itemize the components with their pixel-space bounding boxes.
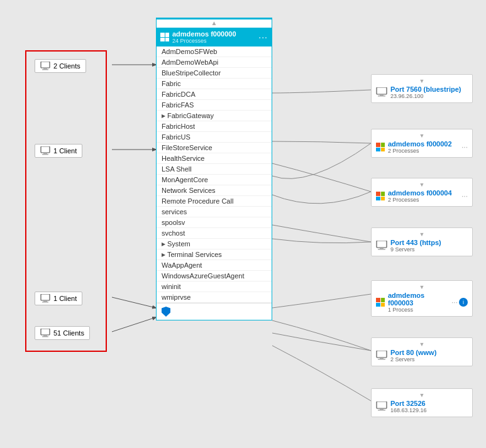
monitor-icon-7560	[376, 87, 387, 97]
process-item-8[interactable]: FabricUS	[157, 132, 272, 143]
svg-line-2	[112, 297, 156, 308]
monitor-icon-80	[376, 351, 387, 361]
svg-rect-7	[42, 69, 48, 70]
expand-arrow-000004[interactable]: ▼	[376, 182, 468, 188]
node-000003-dots[interactable]: ···	[451, 298, 458, 307]
monitor-icon	[40, 294, 50, 303]
process-item-1[interactable]: AdmDemoWebApi	[157, 57, 272, 68]
main-canvas: 2 Clients 1 Client 1 Client 51 Clients ▲	[0, 0, 486, 448]
svg-rect-21	[380, 248, 384, 249]
client-item-0[interactable]: 2 Clients	[35, 59, 86, 73]
process-item-7[interactable]: FabricHost	[157, 121, 272, 132]
process-panel: ▲ admdemos f000000 24 Processes ··· AdmD…	[156, 18, 272, 320]
clients-panel	[25, 50, 107, 352]
process-item-6[interactable]: FabricGateway	[157, 111, 272, 121]
svg-rect-6	[43, 68, 47, 69]
process-item-4[interactable]: FabricDCA	[157, 89, 272, 100]
expand-arrow-443[interactable]: ▼	[376, 231, 468, 238]
process-item-22[interactable]: wininit	[157, 281, 272, 292]
monitor-icon-443	[376, 241, 387, 251]
process-item-9[interactable]: FileStoreService	[157, 143, 272, 153]
expand-arrow-000003[interactable]: ▼	[376, 284, 468, 290]
node-admdemos000003[interactable]: ▼ admdemos f000003 1 Process ··· i	[371, 280, 473, 317]
node-admdemos000002[interactable]: ▼ admdemos f000002 2 Processes ···	[371, 129, 473, 158]
header-menu-dots[interactable]: ···	[258, 32, 268, 42]
expand-up-arrow[interactable]: ▲	[157, 19, 272, 26]
process-item-2[interactable]: BlueStripeCollector	[157, 68, 272, 79]
process-item-17[interactable]: svchost	[157, 228, 272, 239]
svg-rect-23	[377, 351, 387, 358]
process-item-5[interactable]: FabricFAS	[157, 100, 272, 111]
process-item-0[interactable]: AdmDemoSFWeb	[157, 46, 272, 57]
node-7560-subtitle: 23.96.26.100	[390, 93, 461, 99]
client-item-2[interactable]: 1 Client	[35, 292, 82, 305]
monitor-icon	[40, 146, 50, 155]
node-000003-title: admdemos f000003	[388, 292, 448, 307]
process-item-3[interactable]: Fabric	[157, 79, 272, 89]
node-port32526[interactable]: ▼ Port 32526 168.63.129.16	[371, 388, 473, 417]
node-80-subtitle: 2 Servers	[390, 356, 436, 363]
process-item-10[interactable]: HealthService	[157, 153, 272, 164]
node-443-title: Port 443 (https)	[390, 239, 441, 246]
center-node-title: admdemos f000000	[172, 30, 255, 38]
shield-icon	[162, 307, 170, 317]
client-label-3: 51 Clients	[53, 329, 84, 337]
client-item-3[interactable]: 51 Clients	[35, 326, 90, 340]
process-item-20[interactable]: WaAppAgent	[157, 260, 272, 271]
process-item-15[interactable]: services	[157, 207, 272, 217]
svg-rect-11	[41, 294, 50, 300]
svg-rect-9	[43, 153, 47, 154]
client-label-2: 1 Client	[53, 295, 77, 302]
svg-rect-28	[378, 410, 385, 411]
monitor-icon	[40, 329, 50, 337]
process-item-13[interactable]: Network Services	[157, 185, 272, 196]
expand-arrow-80[interactable]: ▼	[376, 341, 468, 347]
process-item-16[interactable]: spoolsv	[157, 217, 272, 228]
node-000002-title: admdemos f000002	[388, 140, 458, 148]
windows-icon-000003	[376, 298, 385, 307]
svg-rect-25	[378, 359, 385, 360]
expand-arrow-32526[interactable]: ▼	[376, 392, 468, 398]
monitor-icon	[40, 62, 50, 70]
node-000002-dots[interactable]: ···	[461, 143, 468, 151]
svg-rect-24	[380, 358, 384, 359]
node-000004-dots[interactable]: ···	[461, 192, 468, 200]
process-item-12[interactable]: MonAgentCore	[157, 175, 272, 185]
process-panel-header: admdemos f000000 24 Processes ···	[157, 28, 272, 46]
info-icon-000003[interactable]: i	[459, 298, 468, 307]
node-000002-subtitle: 2 Processes	[388, 148, 458, 154]
svg-rect-10	[42, 154, 48, 155]
expand-arrow-7560[interactable]: ▼	[376, 78, 468, 84]
node-80-title: Port 80 (www)	[390, 349, 436, 356]
windows-logo-icon	[160, 33, 169, 41]
expand-arrow-000002[interactable]: ▼	[376, 133, 468, 139]
svg-rect-27	[380, 408, 384, 410]
svg-rect-15	[43, 335, 47, 336]
svg-rect-12	[43, 300, 47, 302]
node-32526-subtitle: 168.63.129.16	[390, 407, 427, 413]
svg-rect-19	[378, 96, 385, 97]
svg-rect-18	[380, 94, 384, 96]
process-item-21[interactable]: WindowsAzureGuestAgent	[157, 271, 272, 281]
svg-rect-20	[377, 241, 387, 248]
svg-rect-8	[41, 146, 50, 153]
process-list: AdmDemoSFWebAdmDemoWebApiBlueStripeColle…	[157, 46, 272, 303]
node-port7560[interactable]: ▼ Port 7560 (bluestripe) 23.96.26.100	[371, 74, 473, 103]
svg-rect-14	[41, 329, 50, 335]
svg-rect-22	[378, 249, 385, 250]
process-item-19[interactable]: Terminal Services	[157, 249, 272, 260]
process-item-14[interactable]: Remote Procedure Call	[157, 196, 272, 207]
center-node-subtitle: 24 Processes	[172, 38, 255, 44]
svg-line-3	[112, 317, 156, 332]
node-7560-title: Port 7560 (bluestripe)	[390, 85, 461, 93]
process-item-18[interactable]: System	[157, 239, 272, 249]
process-item-23[interactable]: wmiprvse	[157, 292, 272, 303]
node-port443[interactable]: ▼ Port 443 (https) 9 Servers	[371, 227, 473, 256]
node-admdemos000004[interactable]: ▼ admdemos f000004 2 Processes ···	[371, 178, 473, 207]
client-label-1: 1 Client	[53, 147, 77, 155]
client-item-1[interactable]: 1 Client	[35, 144, 82, 158]
svg-rect-26	[377, 402, 387, 408]
svg-rect-16	[42, 336, 48, 337]
process-item-11[interactable]: LSA Shell	[157, 164, 272, 175]
node-port80[interactable]: ▼ Port 80 (www) 2 Servers	[371, 337, 473, 366]
